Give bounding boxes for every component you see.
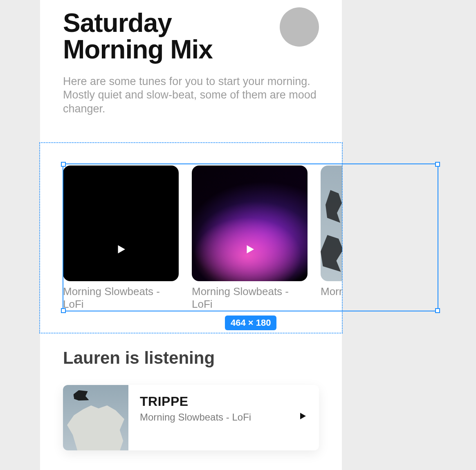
mix-card-art[interactable] [321, 166, 342, 281]
mix-card-art[interactable] [63, 166, 179, 281]
play-button[interactable] [298, 411, 308, 423]
now-playing-art [63, 385, 128, 450]
friend-activity-section: Lauren is listening TRIPPE Morning Slowb… [63, 348, 319, 450]
mix-card[interactable]: Morning Slowbeats - LoFi [321, 166, 436, 311]
mix-card-label: Morning Slowbeats - LoFi [192, 285, 308, 311]
play-icon [192, 243, 308, 255]
mix-card-label: Morning Slowbeats - LoFi [321, 285, 342, 298]
now-playing-card[interactable]: TRIPPE Morning Slowbeats - LoFi [63, 385, 319, 450]
header: Saturday Morning Mix Here are some tunes… [40, 0, 342, 116]
mix-card[interactable]: Morning Slowbeats - LoFi [192, 166, 308, 311]
mix-card-art[interactable] [192, 166, 308, 281]
play-icon [63, 243, 179, 255]
page-subtitle: Here are some tunes for you to start you… [63, 75, 317, 116]
app-frame: Saturday Morning Mix Here are some tunes… [40, 0, 342, 470]
now-playing-body: TRIPPE Morning Slowbeats - LoFi [128, 385, 319, 450]
now-playing-title: TRIPPE [140, 394, 309, 409]
mix-carousel[interactable]: Morning Slowbeats - LoFi Morning Slowbea… [63, 166, 476, 311]
mix-card[interactable]: Morning Slowbeats - LoFi [63, 166, 179, 311]
avatar[interactable] [280, 7, 319, 47]
mix-card-label: Morning Slowbeats - LoFi [63, 285, 179, 311]
section-title: Lauren is listening [63, 348, 319, 368]
now-playing-subtitle: Morning Slowbeats - LoFi [140, 412, 309, 423]
page-title: Saturday Morning Mix [63, 10, 276, 63]
